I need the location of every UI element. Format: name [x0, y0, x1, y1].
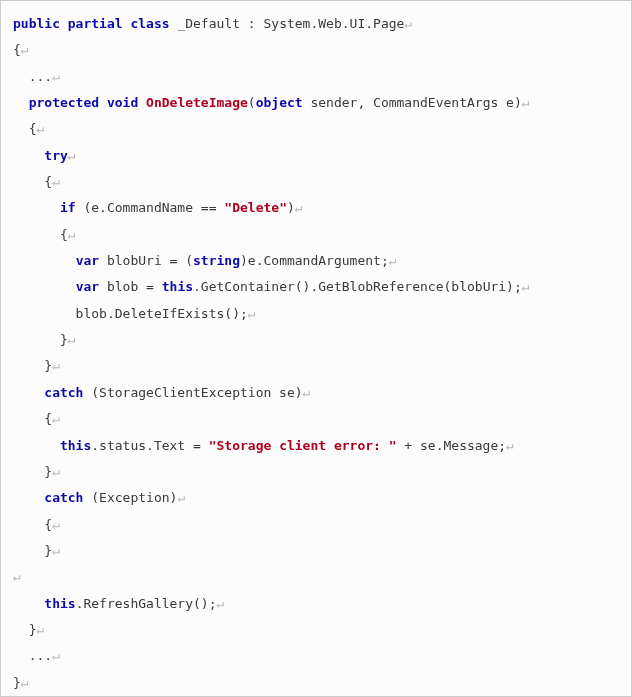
- code-line: ↵: [13, 569, 21, 584]
- code-line: }↵: [13, 622, 44, 637]
- code-token: blob.DeleteIfExists();: [13, 306, 248, 321]
- line-ending-icon: ↵: [177, 490, 185, 505]
- code-token: protected: [29, 95, 99, 110]
- code-token: this: [60, 438, 91, 453]
- code-token: OnDeleteImage: [146, 95, 248, 110]
- code-token: _Default : System.Web.UI.Page: [170, 16, 405, 31]
- code-token: (e.CommandName ==: [76, 200, 225, 215]
- line-ending-icon: ↵: [52, 464, 60, 479]
- code-token: [60, 16, 68, 31]
- code-token: }: [13, 464, 52, 479]
- code-line: var blobUri = (string)e.CommandArgument;…: [13, 253, 397, 268]
- code-token: blobUri = (: [99, 253, 193, 268]
- code-token: }: [13, 675, 21, 690]
- code-token: class: [130, 16, 169, 31]
- code-token: [13, 596, 44, 611]
- code-token: .GetContainer().GetBlobReference(blobUri…: [193, 279, 522, 294]
- code-line: this.RefreshGallery();↵: [13, 596, 224, 611]
- code-token: catch: [44, 490, 83, 505]
- code-block: public partial class _Default : System.W…: [0, 0, 632, 697]
- code-token: [13, 200, 60, 215]
- code-line: ...↵: [13, 648, 60, 663]
- line-ending-icon: ↵: [36, 622, 44, 637]
- line-ending-icon: ↵: [52, 517, 60, 532]
- line-ending-icon: ↵: [21, 42, 29, 57]
- code-line: }↵: [13, 464, 60, 479]
- code-token: + se.Message;: [397, 438, 507, 453]
- code-token: [13, 253, 76, 268]
- code-token: var: [76, 253, 99, 268]
- code-line: }↵: [13, 675, 29, 690]
- code-token: {: [13, 174, 52, 189]
- line-ending-icon: ↵: [52, 648, 60, 663]
- line-ending-icon: ↵: [21, 675, 29, 690]
- line-ending-icon: ↵: [52, 411, 60, 426]
- code-token: ...: [13, 69, 52, 84]
- code-token: try: [44, 148, 67, 163]
- code-token: this: [44, 596, 75, 611]
- code-token: [13, 438, 60, 453]
- code-token: [13, 95, 29, 110]
- code-line: {↵: [13, 227, 76, 242]
- line-ending-icon: ↵: [52, 358, 60, 373]
- code-line: if (e.CommandName == "Delete")↵: [13, 200, 303, 215]
- code-token: ...: [13, 648, 52, 663]
- code-token: .RefreshGallery();: [76, 596, 217, 611]
- code-token: "Delete": [224, 200, 287, 215]
- code-token: (: [248, 95, 256, 110]
- line-ending-icon: ↵: [36, 121, 44, 136]
- line-ending-icon: ↵: [52, 69, 60, 84]
- line-ending-icon: ↵: [522, 279, 530, 294]
- code-line: public partial class _Default : System.W…: [13, 16, 412, 31]
- line-ending-icon: ↵: [52, 543, 60, 558]
- code-token: "Storage client error: ": [209, 438, 397, 453]
- code-token: [13, 490, 44, 505]
- code-token: var: [76, 279, 99, 294]
- code-line: blob.DeleteIfExists();↵: [13, 306, 256, 321]
- code-token: [99, 95, 107, 110]
- code-token: (Exception): [83, 490, 177, 505]
- code-token: {: [13, 411, 52, 426]
- code-line: }↵: [13, 543, 60, 558]
- code-token: [13, 148, 44, 163]
- code-token: ): [287, 200, 295, 215]
- code-token: [138, 95, 146, 110]
- line-ending-icon: ↵: [52, 174, 60, 189]
- code-token: .status.Text =: [91, 438, 208, 453]
- code-token: void: [107, 95, 138, 110]
- code-token: if: [60, 200, 76, 215]
- code-token: blob =: [99, 279, 162, 294]
- code-line: }↵: [13, 332, 76, 347]
- code-token: [13, 279, 76, 294]
- line-ending-icon: ↵: [389, 253, 397, 268]
- code-token: }: [13, 543, 52, 558]
- code-line: ...↵: [13, 69, 60, 84]
- code-line: {↵: [13, 517, 60, 532]
- code-token: }: [13, 622, 36, 637]
- line-ending-icon: ↵: [295, 200, 303, 215]
- code-line: try↵: [13, 148, 76, 163]
- code-token: }: [13, 332, 68, 347]
- code-line: catch (StorageClientException se)↵: [13, 385, 310, 400]
- code-token: {: [13, 42, 21, 57]
- code-line: {↵: [13, 174, 60, 189]
- code-content: public partial class _Default : System.W…: [13, 16, 530, 690]
- line-ending-icon: ↵: [13, 569, 21, 584]
- code-line: protected void OnDeleteImage(object send…: [13, 95, 530, 110]
- line-ending-icon: ↵: [303, 385, 311, 400]
- line-ending-icon: ↵: [248, 306, 256, 321]
- line-ending-icon: ↵: [522, 95, 530, 110]
- line-ending-icon: ↵: [68, 148, 76, 163]
- code-line: catch (Exception)↵: [13, 490, 185, 505]
- code-token: [13, 385, 44, 400]
- code-token: )e.CommandArgument;: [240, 253, 389, 268]
- line-ending-icon: ↵: [68, 332, 76, 347]
- code-token: {: [13, 121, 36, 136]
- code-line: {↵: [13, 121, 44, 136]
- code-line: {↵: [13, 411, 60, 426]
- code-token: catch: [44, 385, 83, 400]
- code-line: var blob = this.GetContainer().GetBlobRe…: [13, 279, 530, 294]
- code-token: object: [256, 95, 303, 110]
- code-token: sender, CommandEventArgs e): [303, 95, 522, 110]
- code-token: public: [13, 16, 60, 31]
